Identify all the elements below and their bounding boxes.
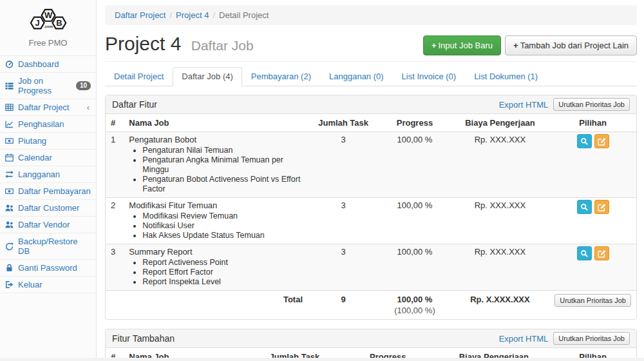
page-subtitle: Daftar Job [191, 38, 254, 53]
table-row: 1 Pengaturan Bobot Pengaturan Nilai Temu… [106, 132, 636, 198]
sidebar-item-label: Langganan [18, 170, 60, 179]
job-name: Summary Report [129, 246, 303, 257]
total-label: Total [124, 291, 308, 320]
total-jumlah-task: 9 [308, 291, 379, 320]
total-biaya: Rp. X.XXX.XXX [451, 291, 550, 320]
biaya-value: Rp. XXX.XXX [451, 198, 550, 244]
breadcrumb-link-project-4[interactable]: Project 4 [176, 10, 209, 20]
export-html-link[interactable]: Export HTML [499, 334, 549, 344]
tab-langganan[interactable]: Langganan (0) [320, 67, 393, 86]
sidebar-item-penghasilan[interactable]: Penghasilan [0, 115, 96, 132]
edit-job-button[interactable] [594, 134, 609, 148]
edit-job-button[interactable] [594, 200, 609, 214]
sidebar-item-backup-restore-db[interactable]: Backup/Restore DB [0, 233, 96, 259]
job-task: Report Inspekta Level [142, 277, 303, 287]
table-icon [5, 103, 14, 112]
export-html-link[interactable]: Export HTML [499, 100, 549, 110]
panel-fitur-tambahan: Fitur Tambahan Export HTML Urutkan Prior… [105, 329, 637, 361]
jwb-logo-icon: J W B .com [22, 5, 75, 33]
input-job-baru-button[interactable]: +Input Job Baru [423, 35, 501, 55]
col-header-num: # [106, 114, 124, 132]
total-row: Total 9 100,00 % (100,00 %) Rp. X.XXX.XX… [106, 291, 636, 320]
panel-title: Daftar Fitur [112, 99, 157, 110]
progress-value: 100,00 % [379, 244, 450, 291]
page-title-text: Project 4 [105, 33, 181, 54]
jwb-logo[interactable]: J W B .com [0, 0, 96, 33]
refresh-icon [5, 242, 14, 251]
lock-icon [5, 264, 14, 272]
sidebar-item-job-on-progress[interactable]: Job on Progress 10 [0, 72, 96, 99]
svg-text:W: W [44, 10, 52, 20]
sidebar-item-daftar-pembayaran[interactable]: Daftar Pembayaran [0, 182, 96, 199]
plus-icon: + [513, 41, 518, 50]
page-header: Project 4 Daftar Job +Input Job Baru +Ta… [105, 33, 637, 62]
panel-daftar-fitur: Daftar Fitur Export HTML Urutkan Priorit… [105, 95, 637, 320]
tab-detail-project[interactable]: Detail Project [105, 67, 173, 86]
urutkan-prioritas-job-button[interactable]: Urutkan Prioritas Job [553, 332, 630, 345]
sidebar-item-label: Dashboard [18, 59, 59, 69]
view-job-button[interactable] [577, 200, 592, 214]
svg-text:.com: .com [44, 24, 53, 28]
tab-list-invoice[interactable]: List Invoice (0) [393, 67, 466, 86]
sidebar-item-label: Penghasilan [18, 119, 64, 129]
view-job-button[interactable] [577, 246, 592, 260]
sidebar-item-calendar[interactable]: Calendar [0, 149, 96, 166]
chevron-left-icon: ‹ [87, 104, 91, 111]
panel-heading: Fitur Tambahan Export HTML Urutkan Prior… [106, 329, 636, 348]
sidebar-item-label: Ganti Password [18, 263, 77, 273]
jumlah-task-value: 3 [308, 132, 379, 198]
tab-pembayaran[interactable]: Pembayaran (2) [242, 67, 320, 86]
sidebar-item-langganan[interactable]: Langganan [0, 166, 96, 182]
tab-list-dokumen[interactable]: List Dokumen (1) [465, 67, 547, 86]
urutkan-prioritas-job-button[interactable]: Urutkan Prioritas Job [554, 294, 631, 307]
sidebar-item-label: Daftar Customer [18, 203, 79, 213]
job-name: Pengaturan Bobot [129, 134, 303, 145]
sidebar-item-keluar[interactable]: Keluar [0, 276, 96, 293]
sidebar-item-label: Daftar Pembayaran [18, 186, 91, 196]
tambah-job-dari-project-lain-button[interactable]: +Tambah Job dari Project Lain [505, 35, 637, 55]
job-task: Pengaturan Bobot Activeness Point vs Eff… [142, 175, 303, 194]
breadcrumb-link-daftar-project[interactable]: Daftar Project [115, 10, 166, 20]
sidebar-item-daftar-vendor[interactable]: Daftar Vendor [0, 216, 96, 233]
sidebar-item-label: Calendar [18, 153, 52, 162]
retweet-icon [5, 170, 14, 179]
table-header-row: # Nama Job Jumlah Task Progress Biaya Pe… [106, 114, 636, 132]
sign-out-icon [5, 280, 14, 289]
col-header-pilihan: Pilihan [549, 114, 636, 132]
total-progress: 100,00 % (100,00 %) [379, 291, 450, 320]
table-row: 3 Summary Report Report Activeness Point… [106, 244, 636, 291]
job-task: Report Activeness Point [142, 258, 303, 268]
urutkan-prioritas-job-button[interactable]: Urutkan Prioritas Job [553, 98, 630, 111]
svg-text:B: B [56, 18, 62, 28]
sidebar: J W B .com Free PMO Dashboard Job on Pro… [0, 0, 97, 361]
job-task: Hak Akses Update Status Temuan [142, 231, 303, 240]
tasks-icon [5, 82, 14, 90]
job-name: Modifikasi Fitur Temuan [129, 200, 303, 211]
panel-title: Fitur Tambahan [112, 333, 175, 344]
job-name-cell: Modifikasi Fitur Temuan Modifikasi Revie… [124, 198, 308, 244]
table-row: 2 Modifikasi Fitur Temuan Modifikasi Rev… [106, 198, 636, 244]
jumlah-task-value: 3 [308, 198, 379, 244]
empty-cell [106, 291, 124, 320]
edit-icon [598, 249, 606, 258]
search-icon [580, 203, 589, 211]
sidebar-item-ganti-password[interactable]: Ganti Password [0, 259, 96, 276]
sidebar-item-daftar-project[interactable]: Daftar Project ‹ [0, 99, 96, 115]
view-job-button[interactable] [577, 134, 592, 148]
row-number: 2 [106, 198, 124, 244]
tab-daftar-job[interactable]: Daftar Job (4) [173, 67, 242, 86]
sidebar-item-piutang[interactable]: Piutang [0, 132, 96, 149]
job-task: Pengaturan Nilai Temuan [142, 146, 303, 155]
jumlah-task-value: 3 [308, 244, 379, 291]
panel-heading: Daftar Fitur Export HTML Urutkan Priorit… [106, 95, 636, 114]
progress-value: 100,00 % [379, 132, 450, 198]
sidebar-item-dashboard[interactable]: Dashboard [0, 55, 96, 72]
col-header-biaya: Biaya Pengerjaan [451, 114, 550, 132]
total-progress-note: (100,00 %) [394, 306, 435, 315]
money-icon [5, 187, 14, 195]
sidebar-item-label: Piutang [18, 136, 46, 146]
edit-icon [598, 137, 606, 146]
job-task: Report Effort Factor [142, 268, 303, 277]
edit-job-button[interactable] [594, 246, 609, 260]
sidebar-item-daftar-customer[interactable]: Daftar Customer [0, 199, 96, 216]
